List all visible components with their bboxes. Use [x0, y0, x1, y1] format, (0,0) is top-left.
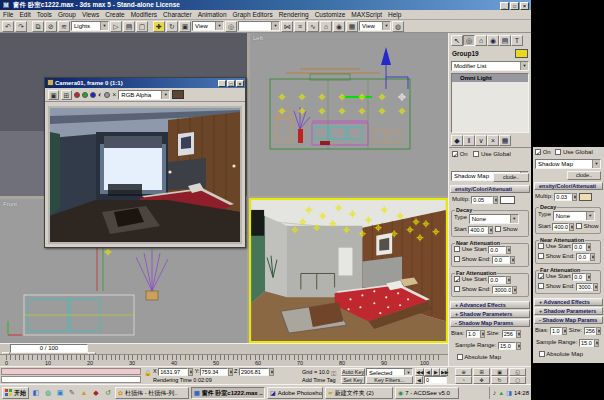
near-show-checkbox[interactable]	[538, 253, 544, 259]
quick-launch-icon[interactable]: ▲	[79, 388, 89, 398]
far-start-field[interactable]: 0.0	[488, 276, 506, 284]
task-button-acdsee[interactable]: ◉7 - ACDSee v5.0	[395, 387, 459, 399]
remove-modifier-icon[interactable]: ×	[487, 135, 499, 146]
title-bar[interactable]: M 窗件 卧室c1222.max - 3ds max 5 - Stand-alo…	[0, 0, 531, 10]
far-end-spinner[interactable]	[512, 286, 517, 294]
key-mode-dropdown[interactable]: Selected	[366, 368, 413, 376]
minimize-button[interactable]: _	[500, 2, 509, 10]
save-bitmap-icon[interactable]: ▣	[48, 90, 59, 100]
far-end-field[interactable]: 3000.0	[492, 286, 512, 294]
quick-launch-icon[interactable]: ▣	[55, 388, 65, 398]
z-spinner[interactable]	[269, 368, 274, 376]
play-icon[interactable]: ▶	[432, 368, 440, 376]
light-color-swatch[interactable]	[579, 193, 592, 201]
sample-range-field[interactable]: 15.0	[579, 339, 594, 347]
tab-create-icon[interactable]: ↖	[451, 35, 463, 46]
key-step-icon[interactable]: ◀	[415, 376, 423, 384]
size-spinner[interactable]	[516, 330, 521, 338]
shadow-type-dropdown[interactable]: Shadow Map	[535, 159, 601, 169]
region-select-icon[interactable]: ▢	[136, 21, 148, 32]
maximize-button[interactable]: □	[510, 2, 519, 10]
track-bar[interactable]: 0 10 20 30 40 50 60 70 80 90 100	[0, 354, 448, 366]
redo-icon[interactable]: ↷	[15, 21, 27, 32]
close-button[interactable]: ×	[520, 2, 529, 10]
quick-launch-icon[interactable]: ◍	[43, 388, 53, 398]
far-end-spinner[interactable]	[593, 283, 598, 291]
modifier-stack[interactable]: Omni Light	[451, 73, 529, 133]
time-slider-display[interactable]: 0 / 100	[10, 344, 88, 353]
y-coordinate-field[interactable]: 759.34	[200, 368, 228, 376]
tray-network-icon[interactable]: ◨	[506, 389, 512, 396]
object-name-field[interactable]: Group19	[452, 50, 479, 57]
bias-spinner[interactable]	[562, 327, 567, 335]
near-use-checkbox[interactable]	[538, 243, 544, 249]
far-show-checkbox[interactable]	[454, 286, 460, 292]
far-start-spinner[interactable]	[586, 273, 591, 281]
sample-range-field[interactable]: 15.0	[498, 342, 516, 350]
start-button[interactable]: 开始	[2, 387, 29, 399]
sample-range-spinner[interactable]	[594, 339, 599, 347]
set-key-button[interactable]: Set Key	[341, 376, 365, 384]
task-button-music[interactable]: ✿杜德伟 - 杜德伟-列..	[115, 387, 189, 399]
size-field[interactable]: 256	[502, 330, 516, 338]
mirror-icon[interactable]: ⋈	[281, 21, 293, 32]
near-show-checkbox[interactable]	[454, 256, 460, 262]
absolute-map-checkbox[interactable]	[539, 351, 545, 357]
zoom-icon[interactable]: ⊕	[455, 368, 472, 376]
tab-hierarchy-icon[interactable]: ⌂	[475, 35, 487, 46]
decay-start-spinner[interactable]	[569, 223, 574, 231]
volume-icon[interactable]: ♪	[493, 389, 497, 396]
menu-edit[interactable]: Edit	[16, 10, 33, 19]
bind-spacewarp-icon[interactable]: ≋	[58, 21, 70, 32]
size-spinner[interactable]	[596, 327, 601, 335]
clone-rendered-frame-icon[interactable]: ⊞	[61, 90, 72, 100]
curve-editor-icon[interactable]: ∿	[307, 21, 319, 32]
sample-range-spinner[interactable]	[516, 342, 521, 350]
select-by-name-icon[interactable]: ▤	[123, 21, 135, 32]
x-spinner[interactable]	[188, 368, 193, 376]
red-channel-icon[interactable]	[74, 92, 80, 98]
use-center-icon[interactable]: ◎	[225, 21, 237, 32]
zoom-all-icon[interactable]: ⊞	[473, 368, 490, 376]
background-color-swatch[interactable]	[172, 90, 184, 99]
key-icon[interactable]: ⚿	[331, 370, 336, 378]
menu-customize[interactable]: Customize	[312, 10, 349, 19]
viewport-label[interactable]: Left	[253, 35, 263, 41]
menu-graph-editors[interactable]: Graph Editors	[230, 10, 276, 19]
viewport-label[interactable]: Front	[3, 201, 17, 207]
go-to-start-icon[interactable]: ◀◀	[415, 368, 424, 376]
quick-render-icon[interactable]: ◍	[392, 21, 404, 32]
y-spinner[interactable]	[228, 368, 233, 376]
time-slider[interactable]: ◀0 / 100▶	[0, 343, 448, 354]
far-use-checkbox[interactable]	[454, 276, 460, 282]
tab-modify-icon[interactable]: ◎	[463, 35, 475, 46]
menu-rendering[interactable]: Rendering	[276, 10, 312, 19]
light-on-checkbox[interactable]	[535, 149, 541, 155]
arc-rotate-icon[interactable]: ↻	[491, 376, 508, 384]
named-selection-dropdown[interactable]	[238, 21, 280, 31]
decay-start-spinner[interactable]	[488, 226, 493, 234]
tab-utilities-icon[interactable]: T	[511, 35, 523, 46]
selection-filter-dropdown[interactable]: Lights	[71, 21, 109, 31]
menu-group[interactable]: Group	[55, 10, 79, 19]
unlink-icon[interactable]: ⊘	[45, 21, 57, 32]
shadow-parameters-rollout[interactable]: + Shadow Parameters	[450, 310, 530, 318]
select-rotate-icon[interactable]: ↻	[166, 21, 178, 32]
far-start-spinner[interactable]	[506, 276, 511, 284]
select-link-icon[interactable]: ⧉	[32, 21, 44, 32]
alpha-channel-icon[interactable]: ◐	[98, 91, 102, 98]
monochrome-icon[interactable]	[104, 92, 110, 98]
menu-modifiers[interactable]: Modifiers	[128, 10, 160, 19]
quick-launch-icon[interactable]: ↺	[103, 388, 113, 398]
auto-key-button[interactable]: Auto Key	[341, 368, 365, 376]
decay-show-checkbox[interactable]	[495, 226, 501, 232]
pan-icon[interactable]: ✥	[473, 376, 490, 384]
near-end-spinner[interactable]	[590, 253, 595, 261]
align-icon[interactable]: ≡	[294, 21, 306, 32]
decay-start-field[interactable]: 400.0	[552, 223, 569, 231]
quick-launch-icon[interactable]: ◆	[91, 388, 101, 398]
shadow-map-params-rollout[interactable]: - Shadow Map Params	[534, 316, 603, 324]
clear-icon[interactable]: ×	[112, 91, 116, 98]
light-color-swatch[interactable]	[500, 196, 515, 204]
modifier-list-dropdown[interactable]: Modifier List	[451, 61, 529, 71]
